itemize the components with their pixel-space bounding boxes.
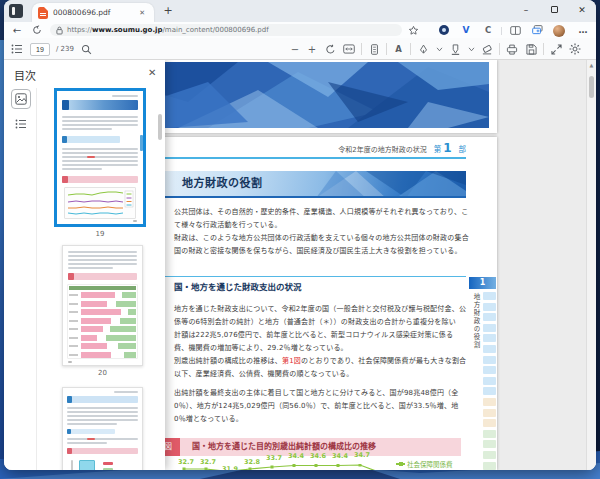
eraser-icon — [481, 44, 493, 55]
viewer-scrollbar[interactable]: ▲ — [586, 60, 596, 470]
back-button[interactable]: ← — [10, 24, 24, 36]
tab-actions-icon — [12, 7, 15, 15]
thumbnail-label: 20 — [62, 369, 143, 377]
thumbnail-page-21[interactable] — [62, 387, 143, 470]
contents-sidebar: 目次 ✕ — [4, 60, 165, 470]
outline-view-button[interactable] — [13, 116, 29, 132]
chart-value: 34.7 — [354, 451, 370, 459]
expand-icon — [551, 44, 562, 55]
toolbar-divider — [361, 43, 362, 55]
maximize-button[interactable] — [540, 5, 568, 15]
thumbnail-view-button[interactable] — [11, 89, 31, 109]
zoom-out-button[interactable]: − — [289, 44, 301, 55]
save-button[interactable] — [524, 42, 538, 56]
body-line: 0％増となっている。 — [174, 415, 466, 424]
scroll-up-arrow[interactable]: ▲ — [587, 62, 596, 68]
body-line: 0％）、地方が124兆5,029億円（同56.0％）で、前年度と比べると、国が3… — [174, 402, 466, 411]
tab-actions-button[interactable] — [9, 4, 23, 18]
pdf-toolbar: / 239 − + A — [4, 38, 596, 60]
refresh-icon — [32, 25, 42, 35]
new-tab-button[interactable]: + — [161, 4, 175, 18]
highlight-button[interactable] — [448, 42, 462, 56]
body-line: 費、機関費の増加等により、29.2％増となっている。 — [174, 344, 466, 353]
extension-circle-icon — [439, 25, 449, 35]
search-icon — [81, 44, 92, 55]
toolbar-divider — [499, 43, 500, 55]
close-button[interactable]: ✕ — [568, 5, 596, 15]
draw-options-button[interactable] — [435, 42, 443, 56]
print-button[interactable] — [505, 42, 519, 56]
chart-legend: 社会保障関係費 — [396, 459, 453, 469]
extension-c-button[interactable]: C — [482, 24, 494, 36]
pdf-settings-button[interactable] — [568, 42, 582, 56]
pdf-page-19: 令和2年度の地方財政の状況 第 1 部 地方財政の役割 — [124, 137, 497, 470]
settings-menu-button[interactable]: … — [576, 24, 590, 36]
sidebar-close-button[interactable]: ✕ — [146, 65, 158, 80]
figure-reference: 第1図 — [282, 357, 301, 365]
split-screen-button[interactable] — [508, 24, 522, 36]
subsection-rule — [124, 276, 466, 277]
sidebar-scrollbar-thumb[interactable] — [158, 114, 162, 140]
fullscreen-button[interactable] — [549, 42, 563, 56]
tab-bar: 000800696.pdf ✕ + – ✕ — [4, 0, 596, 22]
refresh-button[interactable] — [30, 24, 44, 36]
thumbnail-page-19[interactable] — [54, 88, 146, 227]
body-line: 計額は222兆5,076億円で、前年度と比べると、新型コロナウイルス感染症対策に… — [174, 331, 466, 340]
page-number-input[interactable] — [30, 43, 50, 56]
draw-button[interactable] — [416, 42, 430, 56]
browser-tab[interactable]: 000800696.pdf ✕ — [32, 3, 154, 22]
collections-button[interactable] — [530, 24, 544, 36]
chart-line — [180, 464, 380, 470]
minimize-button[interactable]: – — [512, 5, 540, 15]
thumbnail-page-20[interactable] — [62, 245, 143, 366]
pdf-file-icon — [38, 7, 48, 19]
body-line: 公共団体は、その自然的・歴史的条件、産業構造、人口規模等がそれぞれ異なっており、… — [174, 208, 466, 217]
body-line: 国の財政と密接な関係を保ちながら、国民経済及び国民生活上大きな役割を担っている。 — [174, 247, 466, 256]
body-line: 出純計額を最終支出の主体に着目して国と地方とに分けてみると、国が98兆48億円（… — [174, 389, 466, 398]
fit-to-width-button[interactable] — [342, 42, 356, 56]
search-document-button[interactable] — [80, 42, 94, 56]
banner-texture — [296, 171, 466, 198]
extension-badge-button[interactable] — [438, 24, 450, 36]
navigation-bar: ← https://www.soumu.go.jp/main_content/0… — [4, 22, 596, 38]
rotate-button[interactable] — [323, 42, 337, 56]
tab-close-icon[interactable]: ✕ — [136, 7, 148, 19]
scrollbar-thumb[interactable] — [589, 76, 594, 98]
favorites-button[interactable] — [406, 24, 420, 36]
page-header-title: 令和2年度の地方財政の状況 — [338, 144, 426, 154]
figure-title: 国・地方を通じた目的別歳出純計額の構成比の推移 — [192, 438, 376, 456]
rotate-icon — [325, 44, 336, 55]
chevron-down-icon — [436, 47, 443, 52]
body-line: 係等の6特別会計の純計）と地方（普通会計（＊））の財政支出の合計から重複分を除い — [174, 318, 466, 327]
page-view-button[interactable] — [367, 42, 381, 56]
chapter-tab-segments — [483, 292, 496, 470]
pdf-viewer: 令和2年度の地方財政の状況 第 1 部 地方財政の役割 — [4, 60, 596, 470]
sidebar-title: 目次 — [14, 67, 36, 83]
desktop-wallpaper: 000800696.pdf ✕ + – ✕ ← https://www.soum… — [0, 0, 600, 479]
zoom-in-button[interactable]: + — [306, 44, 318, 55]
profile-avatar[interactable] — [553, 25, 565, 37]
highlight-options-button[interactable] — [467, 42, 475, 56]
contents-panel-button[interactable] — [10, 42, 24, 56]
body-line: 地方を通じた財政支出について、令和2年度の国（一般会計と交付税及び譲与税配付金、… — [174, 305, 466, 314]
draw-pen-icon — [418, 44, 429, 55]
toolbar-divider — [501, 27, 502, 35]
abstract-blue-banner — [148, 62, 489, 128]
address-bar[interactable]: https://www.soumu.go.jp/main_content/000… — [50, 24, 402, 36]
outline-list-icon — [15, 118, 27, 130]
body-line: 財政は、このような地方公共団体の行政活動を支えている個々の地方公共団体の財政の集… — [174, 234, 466, 243]
chevron-down-icon — [468, 47, 475, 52]
erase-button[interactable] — [480, 42, 494, 56]
save-icon — [526, 44, 537, 55]
extension-v-button[interactable]: V — [460, 24, 472, 36]
part-prefix: 第 — [434, 143, 442, 154]
read-aloud-button[interactable]: A — [392, 44, 405, 54]
maximize-icon — [551, 6, 558, 13]
highlighter-icon — [450, 44, 461, 55]
url-domain: www.soumu.go.jp — [92, 26, 162, 34]
mini-line-chart — [65, 188, 135, 218]
toolbar-divider — [410, 43, 411, 55]
lock-icon — [56, 26, 63, 35]
url-text: https://www.soumu.go.jp/main_content/000… — [67, 26, 269, 34]
contents-icon — [11, 43, 23, 55]
